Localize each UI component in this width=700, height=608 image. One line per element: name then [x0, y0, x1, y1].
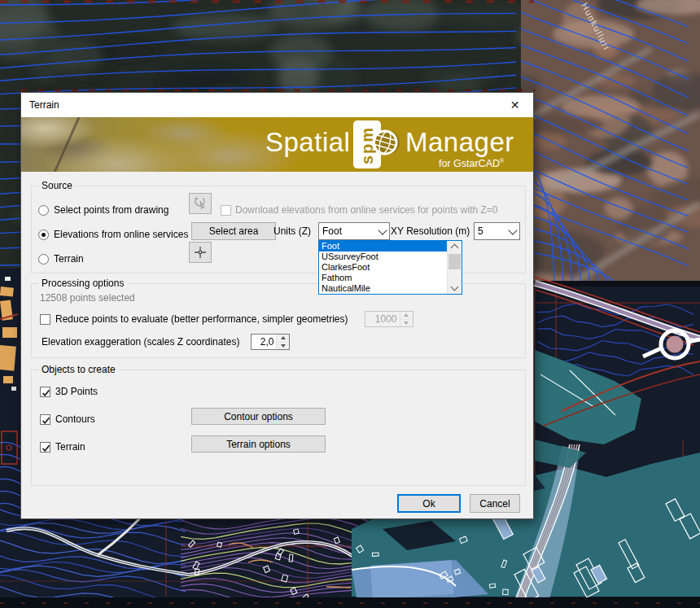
- globe-icon: [366, 124, 404, 161]
- objects-group: Objects to create 3D Points Contours Con…: [31, 370, 526, 486]
- units-combo-arrow[interactable]: [375, 223, 389, 239]
- spin-up-icon[interactable]: [277, 335, 289, 343]
- dialog-titlebar[interactable]: Terrain ✕: [21, 93, 533, 117]
- points-selected-status: 12508 points selected: [40, 292, 135, 304]
- resolution-label: XY Resolution (m): [391, 225, 470, 237]
- source-legend: Source: [38, 180, 76, 191]
- resolution-combo-arrow[interactable]: [505, 223, 519, 239]
- brand-subtitle: for GstarCAD®: [439, 158, 504, 169]
- reduce-points-value: 1000: [365, 312, 400, 326]
- units-combo[interactable]: Foot Foot USsurveyFoot ClarkesFoot Fatho…: [318, 222, 390, 240]
- 3d-points-label: 3D Points: [55, 386, 98, 397]
- dropdown-option-nauticalmile[interactable]: NauticalMile: [319, 283, 448, 294]
- brand-banner: Spatial spm Manager for GstarCAD®: [21, 117, 533, 172]
- spin-down-icon[interactable]: [400, 320, 413, 327]
- resolution-combo[interactable]: 5: [474, 222, 520, 240]
- dropdown-option-foot[interactable]: Foot: [319, 241, 448, 252]
- spin-up-icon[interactable]: [400, 312, 413, 320]
- close-icon[interactable]: ✕: [497, 93, 533, 117]
- source-group: Source Select points from drawing Downlo…: [31, 186, 526, 273]
- terrain-checkbox[interactable]: [40, 442, 50, 453]
- exaggeration-value: 2,0: [252, 335, 276, 349]
- download-elevations-label: Download elevations from online services…: [235, 204, 498, 216]
- units-combo-value: Foot: [319, 225, 375, 237]
- radio-online-elevations[interactable]: [38, 230, 49, 240]
- terrain-dialog: Terrain ✕ Spatial spm Manager for GstarC…: [20, 92, 534, 519]
- dropdown-option-ussurveyfoot[interactable]: USsurveyFoot: [319, 252, 448, 262]
- radio-terrain-source-label: Terrain: [54, 253, 84, 265]
- contours-checkbox[interactable]: [40, 414, 50, 425]
- radio-select-points[interactable]: [38, 205, 49, 216]
- dropdown-option-clarkesfoot[interactable]: ClarkesFoot: [319, 262, 448, 273]
- brand-spatial: Spatial: [265, 127, 350, 158]
- pick-entities-button[interactable]: [189, 193, 212, 214]
- dropdown-scrollbar[interactable]: [447, 241, 462, 294]
- brand-manager: Manager: [405, 127, 514, 158]
- banner-terrain-photo: [48, 117, 81, 172]
- terrain-object-label: Terrain: [55, 441, 85, 453]
- scroll-up-icon[interactable]: [448, 241, 462, 252]
- objects-legend: Objects to create: [38, 364, 119, 375]
- crosshair-icon: [193, 245, 208, 260]
- radio-online-elevations-label: Elevations from online services: [54, 229, 188, 240]
- dialog-title: Terrain: [21, 99, 59, 111]
- processing-legend: Processing options: [38, 278, 127, 289]
- units-dropdown-list: Foot USsurveyFoot ClarkesFoot Fathom Nau…: [318, 240, 462, 295]
- cancel-button[interactable]: Cancel: [470, 494, 520, 513]
- contour-options-button[interactable]: Contour options: [191, 408, 326, 425]
- spin-down-icon[interactable]: [277, 343, 289, 350]
- pick-point-button[interactable]: [189, 242, 212, 263]
- reduce-points-spinner[interactable]: 1000: [365, 311, 413, 327]
- select-area-button[interactable]: Select area: [191, 222, 276, 240]
- units-label: Units (Z): [273, 225, 311, 237]
- radio-terrain-source[interactable]: [38, 254, 49, 265]
- ok-button[interactable]: Ok: [397, 494, 461, 513]
- 3d-points-checkbox[interactable]: [40, 387, 50, 397]
- terrain-options-button[interactable]: Terrain options: [191, 435, 326, 453]
- scroll-thumb[interactable]: [448, 254, 461, 269]
- reduce-points-checkbox[interactable]: [40, 314, 50, 325]
- select-cursor-icon: [192, 196, 208, 211]
- download-elevations-checkbox[interactable]: [221, 205, 231, 216]
- contours-label: Contours: [55, 413, 95, 425]
- reduce-points-label: Reduce points to evaluate (better perfor…: [55, 313, 348, 325]
- dropdown-option-fathom[interactable]: Fathom: [319, 273, 448, 283]
- exaggeration-spinner[interactable]: 2,0: [251, 334, 290, 350]
- scroll-down-icon[interactable]: [448, 282, 462, 294]
- exaggeration-label: Elevation exaggeration (scales Z coordin…: [42, 336, 239, 348]
- resolution-combo-value: 5: [475, 225, 505, 237]
- radio-select-points-label: Select points from drawing: [54, 204, 168, 216]
